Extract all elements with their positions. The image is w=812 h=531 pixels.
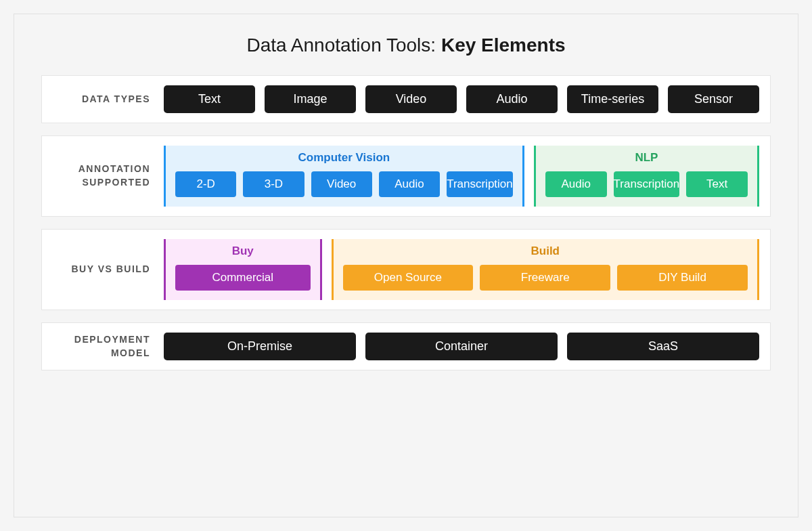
section-data-types: DATA TYPES Text Image Video Audio Time-s… <box>41 75 771 123</box>
section-label: DEPLOYMENT MODEL <box>42 333 164 360</box>
subgroup-build: Build Open Source Freeware DIY Build <box>332 239 760 300</box>
diagram-container: Data Annotation Tools: Key Elements DATA… <box>14 14 798 517</box>
section-annotation-supported: ANNOTATION SUPPORTED Computer Vision 2-D… <box>41 135 771 217</box>
annotation-item: Text <box>686 171 748 197</box>
subgroup-title: Build <box>343 245 748 258</box>
subgroup-buy: Buy Commercial <box>164 239 322 300</box>
annotation-item: Video <box>311 171 372 197</box>
deployment-item: SaaS <box>567 333 759 360</box>
section-buy-vs-build: BUY VS BUILD Buy Commercial Build Open S… <box>41 229 771 310</box>
annotation-item: Audio <box>545 171 607 197</box>
subgroup-items: Audio Transcription Text <box>545 171 748 197</box>
title-bold: Key Elements <box>441 35 566 56</box>
data-type-item: Audio <box>466 85 558 113</box>
build-item: Freeware <box>480 265 610 291</box>
section-label: DATA TYPES <box>42 85 164 113</box>
subgroup-items: Commercial <box>175 265 311 291</box>
subgroup-title: NLP <box>545 151 748 165</box>
section-label: ANNOTATION SUPPORTED <box>42 146 164 207</box>
subgroup-computer-vision: Computer Vision 2-D 3-D Video Audio Tran… <box>164 146 524 207</box>
data-type-item: Video <box>365 85 457 113</box>
annotation-item: Audio <box>379 171 440 197</box>
subgroup-items: Open Source Freeware DIY Build <box>343 265 748 291</box>
annotation-item: 2-D <box>175 171 236 197</box>
buy-build-content: Buy Commercial Build Open Source Freewar… <box>164 239 759 300</box>
subgroup-items: 2-D 3-D Video Audio Transcription <box>175 171 513 197</box>
subgroup-title: Buy <box>175 245 311 258</box>
subgroup-title: Computer Vision <box>175 151 513 165</box>
annotation-item: Transcription <box>447 171 513 197</box>
annotation-item: Transcription <box>614 171 680 197</box>
build-item: DIY Build <box>617 265 748 291</box>
section-label: BUY VS BUILD <box>42 239 164 300</box>
title-prefix: Data Annotation Tools: <box>246 35 441 56</box>
deployment-content: On-Premise Container SaaS <box>164 333 759 360</box>
data-type-item: Sensor <box>668 85 759 113</box>
build-item: Open Source <box>343 265 474 291</box>
deployment-item: On-Premise <box>164 333 356 360</box>
data-type-item: Time-series <box>567 85 658 113</box>
data-type-item: Text <box>164 85 255 113</box>
annotation-content: Computer Vision 2-D 3-D Video Audio Tran… <box>164 146 759 207</box>
data-type-item: Image <box>265 85 356 113</box>
buy-item: Commercial <box>175 265 311 291</box>
subgroup-nlp: NLP Audio Transcription Text <box>534 146 759 207</box>
section-deployment-model: DEPLOYMENT MODEL On-Premise Container Sa… <box>41 322 771 370</box>
page-title: Data Annotation Tools: Key Elements <box>41 35 771 56</box>
deployment-item: Container <box>365 333 558 360</box>
data-types-content: Text Image Video Audio Time-series Senso… <box>164 85 759 113</box>
annotation-item: 3-D <box>243 171 304 197</box>
